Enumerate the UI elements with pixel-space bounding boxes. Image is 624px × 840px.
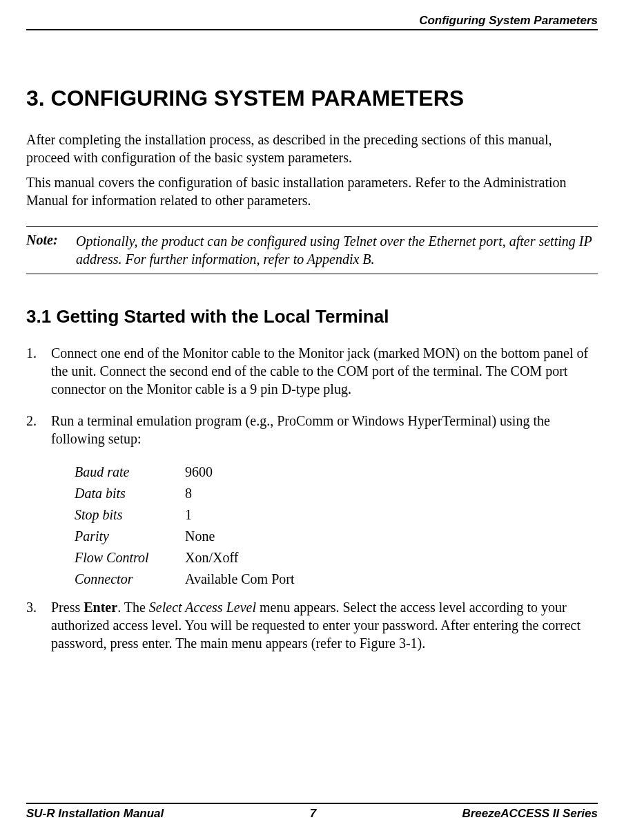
- setup-value: 8: [185, 483, 192, 504]
- subsection-heading: Getting Started with the Local Terminal: [56, 306, 389, 327]
- step-number: 1.: [26, 344, 51, 398]
- setup-row: Parity None: [75, 526, 598, 547]
- text-fragment: . The: [117, 600, 149, 615]
- setup-label: Baud rate: [75, 461, 185, 483]
- page-header: Configuring System Parameters: [26, 14, 598, 30]
- note-text: Optionally, the product can be configure…: [76, 232, 598, 268]
- enter-key: Enter: [84, 600, 117, 615]
- setup-label: Flow Control: [75, 547, 185, 569]
- setup-value: None: [185, 526, 215, 547]
- footer-page-number: 7: [310, 807, 316, 821]
- intro-paragraph-1: After completing the installation proces…: [26, 131, 598, 166]
- menu-name: Select Access Level: [149, 600, 256, 615]
- subsection-number: 3.1: [26, 306, 51, 327]
- setup-value: 9600: [185, 461, 213, 483]
- setup-label: Stop bits: [75, 504, 185, 526]
- step-3: 3. Press Enter. The Select Access Level …: [26, 598, 598, 652]
- setup-label: Parity: [75, 526, 185, 547]
- text-fragment: Press: [51, 600, 84, 615]
- running-title: Configuring System Parameters: [419, 14, 598, 27]
- section-heading: CONFIGURING SYSTEM PARAMETERS: [51, 86, 465, 111]
- setup-row: Data bits 8: [75, 483, 598, 504]
- step-number: 2.: [26, 412, 51, 448]
- setup-label: Connector: [75, 569, 185, 590]
- setup-value: 1: [185, 504, 192, 526]
- step-text: Run a terminal emulation program (e.g., …: [51, 412, 598, 448]
- setup-row: Flow Control Xon/Xoff: [75, 547, 598, 569]
- subsection-title: 3.1 Getting Started with the Local Termi…: [26, 306, 598, 327]
- setup-value: Xon/Xoff: [185, 547, 238, 569]
- step-text: Press Enter. The Select Access Level men…: [51, 598, 598, 652]
- intro-paragraph-2: This manual covers the configuration of …: [26, 173, 598, 209]
- step-1: 1. Connect one end of the Monitor cable …: [26, 344, 598, 398]
- footer-right: BreezeACCESS II Series: [462, 807, 598, 821]
- setup-row: Connector Available Com Port: [75, 569, 598, 590]
- page-footer: SU-R Installation Manual 7 BreezeACCESS …: [26, 803, 598, 821]
- footer-left: SU-R Installation Manual: [26, 807, 164, 821]
- step-number: 3.: [26, 598, 51, 652]
- step-2: 2. Run a terminal emulation program (e.g…: [26, 412, 598, 448]
- step-text: Connect one end of the Monitor cable to …: [51, 344, 598, 398]
- setup-label: Data bits: [75, 483, 185, 504]
- setup-value: Available Com Port: [185, 569, 295, 590]
- setup-row: Stop bits 1: [75, 504, 598, 526]
- setup-row: Baud rate 9600: [75, 461, 598, 483]
- section-number: 3.: [26, 86, 45, 111]
- note-label: Note:: [26, 232, 76, 268]
- terminal-setup-table: Baud rate 9600 Data bits 8 Stop bits 1 P…: [75, 461, 598, 590]
- note-block: Note: Optionally, the product can be con…: [26, 226, 598, 274]
- section-title: 3. CONFIGURING SYSTEM PARAMETERS: [26, 86, 598, 111]
